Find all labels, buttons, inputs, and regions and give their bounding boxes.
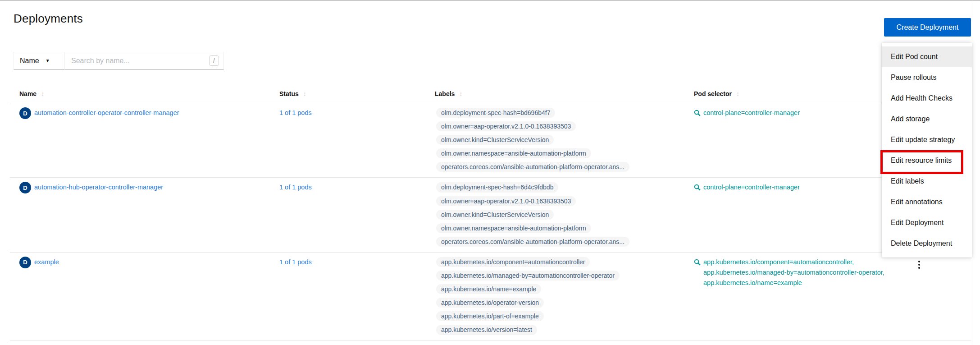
pod-selector-cell: control-plane=controller-manager: [694, 182, 906, 246]
label-chip[interactable]: operators.coreos.com/ansible-automation-…: [436, 237, 629, 247]
kebab-menu-icon[interactable]: [916, 261, 923, 269]
filter-toolbar: Name ▼ /: [14, 52, 224, 69]
column-header-pod-selector[interactable]: Pod selector ↕: [694, 85, 906, 103]
pod-selector-cell: app.kubernetes.io/component=automationco…: [694, 257, 906, 335]
create-deployment-button[interactable]: Create Deployment: [884, 18, 971, 37]
label-chip[interactable]: olm.owner.kind=ClusterServiceVersion: [436, 210, 554, 220]
pod-selector-link[interactable]: control-plane=controller-manager: [703, 184, 800, 191]
pods-status-link[interactable]: 1 of 1 pods: [279, 257, 312, 266]
status-cell: 1 of 1 pods: [279, 182, 435, 246]
scrollbar-track-edge: [973, 1, 973, 345]
deployment-badge-icon: D: [19, 107, 31, 119]
label-chip[interactable]: olm.owner.namespace=ansible-automation-p…: [436, 223, 591, 233]
label-chip[interactable]: app.kubernetes.io/version=latest: [436, 325, 537, 335]
deployment-name-cell: D automation-controller-operator-control…: [10, 108, 279, 172]
deployments-page: Deployments Create Deployment Name ▼ / N…: [0, 0, 980, 345]
menu-item-add-storage[interactable]: Add storage: [882, 109, 972, 129]
label-chip[interactable]: olm.owner.namespace=ansible-automation-p…: [436, 148, 591, 158]
sort-icon[interactable]: ↕: [41, 90, 44, 97]
status-cell: 1 of 1 pods: [279, 257, 435, 335]
pods-status-link[interactable]: 1 of 1 pods: [279, 108, 312, 116]
pod-selector-link[interactable]: app.kubernetes.io/component=automationco…: [703, 258, 884, 266]
deployment-name-cell: D automation-hub-operator-controller-man…: [10, 182, 279, 246]
menu-item-edit-deployment[interactable]: Edit Deployment: [882, 212, 972, 233]
label-chip[interactable]: app.kubernetes.io/component=automationco…: [436, 257, 590, 267]
deployment-name-link[interactable]: example: [34, 258, 59, 266]
pod-selector-link[interactable]: app.kubernetes.io/name=example: [703, 279, 884, 286]
sort-icon[interactable]: ↕: [736, 90, 739, 97]
menu-item-edit-resource-limits[interactable]: Edit resource limits: [882, 150, 972, 171]
search-icon: [694, 184, 701, 191]
labels-cell: olm.deployment-spec-hash=bd696b4f7 olm.o…: [435, 108, 694, 172]
menu-item-edit-labels[interactable]: Edit labels: [882, 171, 972, 192]
search-input[interactable]: [71, 57, 209, 65]
pods-status-link[interactable]: 1 of 1 pods: [279, 182, 312, 191]
filter-type-label: Name: [20, 57, 39, 65]
search-icon: [694, 259, 701, 266]
menu-item-edit-pod-count[interactable]: Edit Pod count: [882, 46, 972, 67]
table-row: D automation-controller-operator-control…: [10, 103, 971, 178]
menu-item-edit-annotations[interactable]: Edit annotations: [882, 192, 972, 212]
deployment-badge-icon: D: [19, 182, 31, 193]
label-chip[interactable]: olm.owner=aap-operator.v2.1.0-0.16383935…: [436, 121, 576, 131]
actions-cell: [906, 257, 971, 335]
search-icon: [694, 110, 701, 116]
pod-selector-cell: control-plane=controller-manager: [694, 108, 906, 172]
label-chip[interactable]: olm.deployment-spec-hash=6d4c9fdbdb: [436, 182, 558, 192]
table-header-row: Name ↕ Status ↕ Labels ↕ Pod selector ↕: [10, 85, 971, 103]
label-chip[interactable]: app.kubernetes.io/name=example: [436, 284, 541, 294]
filter-type-dropdown[interactable]: Name ▼: [14, 52, 65, 69]
label-chip[interactable]: operators.coreos.com/ansible-automation-…: [436, 162, 629, 172]
sort-icon[interactable]: ↕: [303, 90, 306, 97]
status-cell: 1 of 1 pods: [279, 108, 435, 172]
label-chip[interactable]: olm.owner.kind=ClusterServiceVersion: [436, 135, 554, 145]
table-row: D example 1 of 1 pods app.kubernetes.io/…: [10, 253, 971, 341]
deployments-table: Name ↕ Status ↕ Labels ↕ Pod selector ↕ …: [10, 85, 971, 341]
pod-selector-link[interactable]: app.kubernetes.io/managed-by=automationc…: [703, 269, 884, 276]
column-header-status[interactable]: Status ↕: [279, 85, 435, 103]
menu-item-pause-rollouts[interactable]: Pause rollouts: [882, 67, 972, 88]
deployment-name-link[interactable]: automation-hub-operator-controller-manag…: [34, 184, 163, 191]
label-chip[interactable]: olm.owner=aap-operator.v2.1.0-0.16383935…: [436, 196, 576, 206]
labels-cell: olm.deployment-spec-hash=6d4c9fdbdb olm.…: [435, 182, 694, 246]
label-chip[interactable]: app.kubernetes.io/operator-version: [436, 298, 544, 308]
actions-dropdown-menu: Edit Pod count Pause rollouts Add Health…: [882, 43, 972, 258]
deployment-name-link[interactable]: automation-controller-operator-controlle…: [34, 109, 179, 116]
label-chip[interactable]: olm.deployment-spec-hash=bd696b4f7: [436, 108, 555, 118]
deployment-badge-icon: D: [19, 257, 31, 268]
sort-icon[interactable]: ↕: [459, 90, 462, 97]
slash-shortcut-badge: /: [209, 55, 219, 66]
search-field-wrapper: /: [65, 52, 224, 69]
label-chip[interactable]: app.kubernetes.io/part-of=example: [436, 311, 544, 321]
pod-selector-link[interactable]: control-plane=controller-manager: [703, 109, 800, 116]
menu-item-edit-update-strategy[interactable]: Edit update strategy: [882, 129, 972, 150]
menu-item-add-health-checks[interactable]: Add Health Checks: [882, 88, 972, 109]
deployment-name-cell: D example: [10, 257, 279, 335]
column-header-labels[interactable]: Labels ↕: [435, 85, 694, 103]
column-header-name[interactable]: Name ↕: [10, 85, 279, 103]
table-row: D automation-hub-operator-controller-man…: [10, 178, 971, 252]
page-title: Deployments: [14, 12, 83, 26]
menu-item-delete-deployment[interactable]: Delete Deployment: [882, 233, 972, 254]
labels-cell: app.kubernetes.io/component=automationco…: [435, 257, 694, 335]
chevron-down-icon: ▼: [46, 58, 50, 63]
label-chip[interactable]: app.kubernetes.io/managed-by=automationc…: [436, 271, 620, 281]
